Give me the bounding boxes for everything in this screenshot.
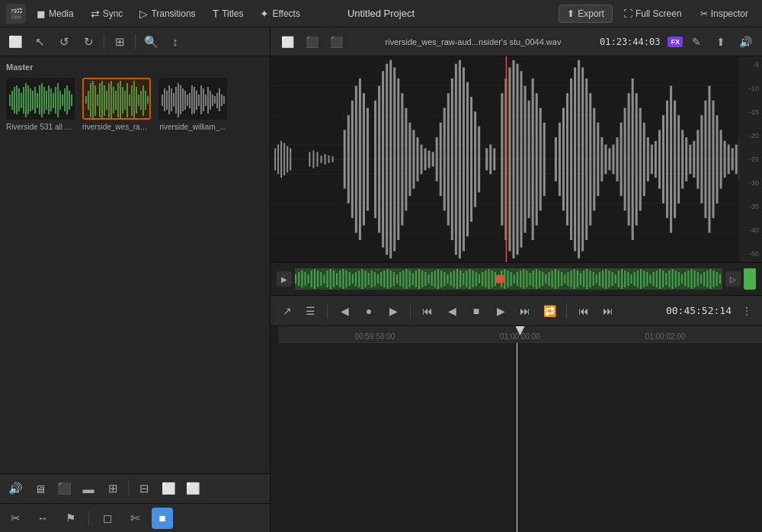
svg-rect-72 (184, 91, 186, 110)
svg-rect-334 (662, 271, 664, 287)
tool-scissors[interactable]: ✄ (124, 508, 146, 529)
tool-edit-mode[interactable]: ✂ (5, 508, 26, 529)
timeline-tracks (271, 343, 762, 532)
nav-transitions[interactable]: ▷ Transitions (132, 5, 203, 23)
tool-cursor[interactable]: ↖ (29, 31, 50, 53)
tool-audio-track[interactable]: 🔊 (5, 478, 26, 499)
media-item-1[interactable]: Riverside 531 all w... (6, 78, 75, 131)
left-bottom-tools: 🔊 🖥 ⬛ ▬ ⊞ ⊟ ⬜ ⬜ ✂ ↔ ⚑ ◻ ✄ ■ (0, 473, 270, 532)
svg-rect-193 (674, 101, 676, 218)
svg-rect-73 (187, 95, 188, 106)
tool-align-left[interactable]: ⊟ (133, 478, 155, 499)
transport-add-track[interactable]: ↗ (277, 300, 298, 322)
svg-rect-303 (564, 274, 565, 284)
mini-end-arrow[interactable]: ▷ (725, 271, 741, 287)
svg-rect-78 (198, 95, 200, 106)
transport-skip-fwd[interactable]: ⏭ (514, 300, 536, 322)
svg-rect-174 (600, 137, 603, 181)
project-title: Untitled Project (347, 8, 415, 19)
transport-stop[interactable]: ■ (466, 300, 487, 322)
tool-redo[interactable]: ↻ (78, 31, 99, 53)
transport-menu-button[interactable]: ⋮ (738, 302, 756, 320)
tool-grid[interactable]: ⊞ (109, 31, 130, 53)
master-label: Master (6, 62, 264, 72)
wf-edit-btn[interactable]: ✎ (686, 31, 707, 53)
wf-volume-btn[interactable]: 🔊 (735, 31, 756, 53)
wf-view-icon-1: ⬜ (281, 36, 294, 48)
wf-share-btn[interactable]: ⬆ (710, 31, 732, 53)
svg-rect-319 (615, 274, 616, 284)
svg-rect-306 (574, 269, 575, 289)
tool-undo[interactable]: ↺ (53, 31, 75, 53)
db-label-35: -35 (742, 203, 759, 210)
svg-rect-231 (336, 273, 338, 285)
svg-rect-177 (612, 145, 614, 175)
svg-rect-166 (570, 79, 572, 240)
play-icon: ▶ (497, 305, 505, 317)
tool-trim[interactable]: ↔ (32, 508, 53, 529)
svg-rect-321 (621, 269, 623, 289)
svg-rect-274 (472, 271, 474, 287)
nav-sync[interactable]: ⇄ Sync (83, 5, 131, 23)
wf-view-btn-2[interactable]: ⬛ (301, 31, 322, 53)
svg-rect-169 (581, 67, 584, 251)
svg-rect-348 (706, 271, 708, 287)
svg-rect-236 (352, 274, 354, 284)
transport-right-arrow[interactable]: ▶ (383, 300, 404, 322)
svg-rect-284 (504, 269, 505, 289)
svg-rect-265 (443, 272, 445, 286)
svg-rect-325 (634, 272, 636, 286)
svg-rect-117 (363, 93, 365, 226)
transport-back[interactable]: ◀ (441, 300, 463, 322)
export-button[interactable]: ⬆ Export (559, 5, 613, 23)
tool-clip[interactable]: ◻ (97, 508, 118, 529)
nav-titles[interactable]: T Titles (205, 5, 251, 23)
circle-left-icon: ● (366, 305, 372, 317)
svg-rect-7 (23, 87, 24, 114)
svg-rect-26 (66, 85, 68, 114)
transport-play[interactable]: ▶ (490, 300, 511, 322)
svg-rect-290 (523, 269, 524, 289)
svg-rect-16 (43, 87, 45, 114)
tool-flag[interactable]: ⚑ (59, 508, 81, 529)
svg-rect-88 (221, 95, 223, 106)
tool-insert-frame[interactable]: ⬜ (182, 478, 203, 499)
transport-list[interactable]: ☰ (299, 300, 321, 322)
nav-media[interactable]: ◼ Media (29, 5, 82, 23)
mini-waveform[interactable] (295, 268, 722, 290)
tool-align-right[interactable]: ⬜ (158, 478, 179, 499)
transport-circle-left[interactable]: ● (358, 300, 379, 322)
tool-marker[interactable]: ■ (152, 508, 173, 529)
tool-lower-third[interactable]: ▬ (78, 478, 99, 499)
tool-select[interactable]: ⬜ (5, 31, 26, 53)
svg-rect-175 (604, 145, 607, 175)
inspector-button[interactable]: ✂ Inspector (693, 5, 756, 22)
svg-rect-18 (48, 85, 50, 114)
tool-search[interactable]: 🔍 (140, 31, 162, 53)
svg-rect-287 (514, 274, 515, 284)
media-item-2[interactable]: riverside_wes_raw... (82, 78, 151, 131)
transport-skip-back[interactable]: ⏮ (417, 300, 438, 322)
svg-rect-302 (561, 272, 562, 286)
tool-video-track[interactable]: 🖥 (29, 478, 50, 499)
media-item-3[interactable]: riverside_william_... (158, 78, 227, 131)
tool-multicam[interactable]: ⊞ (102, 478, 123, 499)
tool-fullscreen-track[interactable]: ⬛ (53, 478, 75, 499)
svg-rect-254 (409, 271, 411, 287)
tool-sort[interactable]: ↕ (165, 31, 186, 53)
transport-loop[interactable]: 🔁 (539, 300, 560, 322)
transport-next-frame[interactable]: ⏭ (597, 300, 619, 322)
wf-view-btn-3[interactable]: ⬛ (325, 31, 347, 53)
fullscreen-button[interactable]: ⛶ Full Screen (616, 5, 690, 22)
fullscreen-track-icon: ⬛ (57, 482, 72, 495)
transport-prev-in[interactable]: ◀ (334, 300, 355, 322)
transport-prev-frame[interactable]: ⏮ (573, 300, 594, 322)
svg-rect-142 (463, 67, 465, 251)
db-label-5: -5 (742, 61, 759, 69)
mini-play-button[interactable]: ▶ (277, 271, 292, 287)
svg-rect-192 (670, 86, 672, 233)
nav-effects[interactable]: ✦ Effects (252, 5, 307, 23)
wf-view-btn-1[interactable]: ⬜ (277, 31, 298, 53)
svg-rect-326 (637, 271, 639, 287)
svg-rect-87 (219, 88, 220, 111)
